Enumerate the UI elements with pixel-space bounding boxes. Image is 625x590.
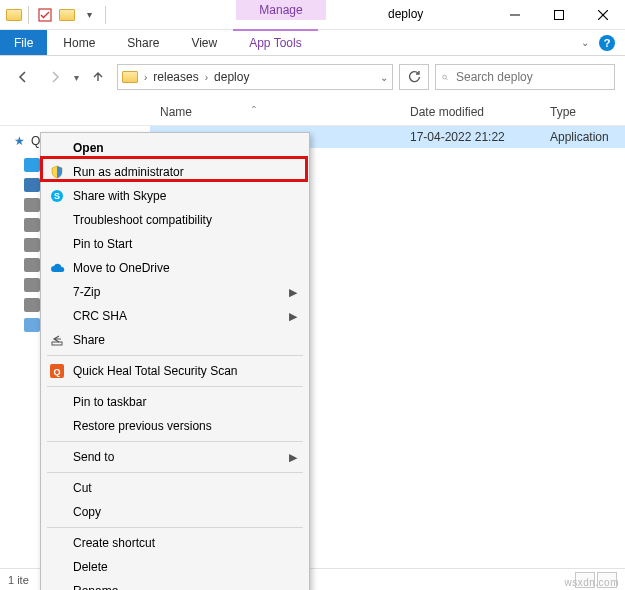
address-bar[interactable]: › releases › deploy ⌄ bbox=[117, 64, 393, 90]
forward-button[interactable] bbox=[42, 64, 68, 90]
separator bbox=[28, 6, 29, 24]
col-date[interactable]: Date modified bbox=[410, 105, 550, 119]
tab-file[interactable]: File bbox=[0, 30, 47, 55]
help-icon[interactable]: ? bbox=[599, 35, 615, 51]
context-menu: Open Run as administrator S Share with S… bbox=[40, 132, 310, 590]
ctx-run-as-administrator[interactable]: Run as administrator bbox=[43, 160, 307, 184]
close-button[interactable] bbox=[581, 0, 625, 30]
window-controls bbox=[493, 0, 625, 30]
sidebar-item[interactable] bbox=[24, 238, 40, 252]
ctx-cut[interactable]: Cut bbox=[43, 476, 307, 500]
shield-icon bbox=[49, 164, 65, 180]
sidebar-item[interactable] bbox=[24, 218, 40, 232]
up-button[interactable] bbox=[85, 64, 111, 90]
folder-icon bbox=[122, 71, 138, 83]
ctx-quickheal[interactable]: Q Quick Heal Total Security Scan bbox=[43, 359, 307, 383]
sidebar-item-network[interactable] bbox=[24, 318, 40, 332]
chevron-right-icon[interactable]: › bbox=[205, 72, 208, 83]
ctx-rename[interactable]: Rename bbox=[43, 579, 307, 590]
ctx-delete[interactable]: Delete bbox=[43, 555, 307, 579]
ctx-pin-taskbar[interactable]: Pin to taskbar bbox=[43, 390, 307, 414]
tab-home[interactable]: Home bbox=[47, 30, 111, 55]
qat-customize-icon[interactable]: ▾ bbox=[79, 5, 99, 25]
tab-share[interactable]: Share bbox=[111, 30, 175, 55]
title-bar: ▾ Manage deploy bbox=[0, 0, 625, 30]
breadcrumb-seg[interactable]: releases bbox=[153, 70, 198, 84]
col-name[interactable]: Name bbox=[160, 105, 192, 119]
maximize-button[interactable] bbox=[537, 0, 581, 30]
ctx-copy[interactable]: Copy bbox=[43, 500, 307, 524]
search-box[interactable] bbox=[435, 64, 615, 90]
separator bbox=[47, 527, 303, 528]
ctx-send-to[interactable]: Send to▶ bbox=[43, 445, 307, 469]
svg-line-6 bbox=[446, 78, 448, 80]
ctx-open[interactable]: Open bbox=[43, 136, 307, 160]
ribbon-tabs: File Home Share View App Tools ⌄ ? bbox=[0, 30, 625, 56]
svg-text:S: S bbox=[54, 191, 60, 201]
tab-view[interactable]: View bbox=[175, 30, 233, 55]
sidebar-item[interactable] bbox=[24, 258, 40, 272]
skype-icon: S bbox=[49, 188, 65, 204]
separator bbox=[47, 472, 303, 473]
ctx-troubleshoot[interactable]: Troubleshoot compatibility bbox=[43, 208, 307, 232]
sidebar-item[interactable] bbox=[24, 198, 40, 212]
svg-point-5 bbox=[443, 75, 447, 79]
separator bbox=[47, 355, 303, 356]
back-button[interactable] bbox=[10, 64, 36, 90]
separator bbox=[47, 386, 303, 387]
ctx-share-skype[interactable]: S Share with Skype bbox=[43, 184, 307, 208]
star-icon: ★ bbox=[14, 134, 25, 148]
refresh-button[interactable] bbox=[399, 64, 429, 90]
qat-newfolder-icon[interactable] bbox=[59, 9, 75, 21]
cloud-icon bbox=[49, 260, 65, 276]
svg-rect-0 bbox=[39, 9, 51, 21]
sidebar-item[interactable] bbox=[24, 298, 40, 312]
file-type: Application bbox=[550, 130, 625, 144]
navigation-bar: ▾ › releases › deploy ⌄ bbox=[0, 56, 625, 98]
ctx-pin-start[interactable]: Pin to Start bbox=[43, 232, 307, 256]
recent-locations-icon[interactable]: ▾ bbox=[74, 72, 79, 83]
ctx-onedrive[interactable]: Move to OneDrive bbox=[43, 256, 307, 280]
submenu-arrow-icon: ▶ bbox=[289, 310, 297, 323]
ctx-create-shortcut[interactable]: Create shortcut bbox=[43, 531, 307, 555]
qat-properties-icon[interactable] bbox=[35, 5, 55, 25]
sidebar-item-onedrive[interactable] bbox=[24, 158, 40, 172]
svg-rect-9 bbox=[52, 342, 62, 345]
quickheal-icon: Q bbox=[49, 363, 65, 379]
search-icon bbox=[442, 71, 448, 84]
sort-indicator-icon: ˆ bbox=[252, 105, 256, 119]
window-title: deploy bbox=[388, 7, 423, 21]
ribbon-expand-icon[interactable]: ⌄ bbox=[581, 37, 589, 48]
svg-rect-2 bbox=[555, 10, 564, 19]
submenu-arrow-icon: ▶ bbox=[289, 451, 297, 464]
minimize-button[interactable] bbox=[493, 0, 537, 30]
ctx-restore-versions[interactable]: Restore previous versions bbox=[43, 414, 307, 438]
separator bbox=[47, 441, 303, 442]
ctx-share[interactable]: Share bbox=[43, 328, 307, 352]
file-date: 17-04-2022 21:22 bbox=[410, 130, 550, 144]
quick-access-toolbar: ▾ bbox=[0, 5, 108, 25]
svg-text:Q: Q bbox=[53, 367, 60, 377]
contextual-tab-header: Manage bbox=[236, 0, 326, 20]
sidebar-item-thispc[interactable] bbox=[24, 178, 40, 192]
breadcrumb-seg[interactable]: deploy bbox=[214, 70, 249, 84]
sidebar-item[interactable] bbox=[24, 278, 40, 292]
status-text: 1 ite bbox=[8, 574, 29, 586]
address-dropdown-icon[interactable]: ⌄ bbox=[380, 72, 388, 83]
column-headers: Name ˆ Date modified Type bbox=[0, 98, 625, 126]
ctx-crc-sha[interactable]: CRC SHA▶ bbox=[43, 304, 307, 328]
separator bbox=[105, 6, 106, 24]
submenu-arrow-icon: ▶ bbox=[289, 286, 297, 299]
search-input[interactable] bbox=[454, 69, 608, 85]
manage-label: Manage bbox=[236, 0, 326, 20]
share-icon bbox=[49, 332, 65, 348]
folder-icon bbox=[6, 9, 22, 21]
chevron-right-icon[interactable]: › bbox=[144, 72, 147, 83]
ctx-7zip[interactable]: 7-Zip▶ bbox=[43, 280, 307, 304]
watermark: wsxdn.com bbox=[564, 577, 619, 588]
tab-app-tools[interactable]: App Tools bbox=[233, 29, 317, 55]
col-type[interactable]: Type bbox=[550, 105, 625, 119]
